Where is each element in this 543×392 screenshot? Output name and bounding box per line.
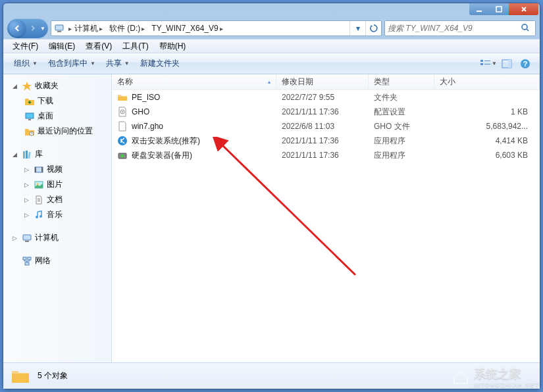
- file-date: 2022/6/8 11:03: [276, 122, 369, 131]
- svg-rect-13: [26, 113, 34, 118]
- sidebar-item-music[interactable]: ▷ 音乐: [3, 207, 111, 222]
- back-button[interactable]: [9, 20, 26, 37]
- collapse-icon: ▷: [13, 235, 19, 241]
- menu-help[interactable]: 帮助(H): [154, 39, 192, 53]
- svg-rect-5: [480, 60, 483, 62]
- menu-file[interactable]: 文件(F): [7, 39, 43, 53]
- file-icon: [117, 150, 128, 160]
- close-button[interactable]: [509, 3, 538, 15]
- computer-icon: [22, 233, 32, 243]
- svg-rect-1: [496, 7, 502, 12]
- search-input[interactable]: [388, 24, 521, 33]
- col-date[interactable]: 修改日期: [276, 74, 369, 89]
- file-icon: [117, 135, 128, 146]
- file-type: GHO 文件: [369, 121, 434, 132]
- breadcrumb-folder[interactable]: TY_WIN7_X64_V9▸: [149, 21, 226, 36]
- sidebar-item-recent[interactable]: 最近访问的位置: [3, 124, 111, 139]
- col-size[interactable]: 大小: [434, 74, 540, 89]
- file-row[interactable]: 硬盘安装器(备用)2021/1/11 17:36应用程序6,603 KB: [112, 148, 540, 162]
- view-mode-button[interactable]: ▼: [479, 56, 498, 72]
- file-name: 双击安装系统(推荐): [132, 135, 200, 147]
- content-area: ◢ 收藏夹 下载 桌面 最近访问的位置: [3, 74, 540, 362]
- menubar: 文件(F) 编辑(E) 查看(V) 工具(T) 帮助(H): [3, 39, 540, 53]
- svg-rect-10: [508, 60, 511, 68]
- sidebar-item-documents[interactable]: ▷ 文档: [3, 192, 111, 207]
- file-name: win7.gho: [132, 122, 163, 131]
- svg-rect-20: [35, 167, 36, 172]
- sidebar-favorites[interactable]: ◢ 收藏夹: [3, 78, 111, 93]
- breadcrumb-bar[interactable]: ▸ 计算机▸ 软件 (D:)▸ TY_WIN7_X64_V9▸ ▾: [51, 20, 382, 36]
- forward-button[interactable]: [26, 21, 40, 36]
- minimize-button[interactable]: [469, 3, 489, 15]
- window-controls: [469, 3, 538, 15]
- svg-rect-14: [28, 119, 31, 120]
- sidebar-libraries[interactable]: ◢ 库: [3, 147, 111, 162]
- svg-rect-26: [23, 235, 31, 240]
- sidebar-network[interactable]: 网络: [3, 253, 111, 268]
- file-row[interactable]: win7.gho2022/6/8 11:03GHO 文件5,683,942...: [112, 119, 540, 134]
- nav-row: ▼ ▸ 计算机▸ 软件 (D:)▸ TY_WIN7_X64_V9▸ ▾: [3, 18, 540, 39]
- file-size: 4,414 KB: [434, 136, 540, 145]
- menu-edit[interactable]: 编辑(E): [43, 39, 80, 53]
- file-row[interactable]: 双击安装系统(推荐)2021/1/11 17:36应用程序4,414 KB: [112, 134, 540, 148]
- toolbar: 组织 ▼ 包含到库中 ▼ 共享 ▼ 新建文件夹 ▼ ?: [3, 53, 540, 74]
- file-date: 2022/7/27 9:55: [276, 93, 369, 102]
- breadcrumb-drive[interactable]: 软件 (D:)▸: [107, 21, 149, 36]
- share-button[interactable]: 共享 ▼: [101, 55, 135, 72]
- sidebar-item-downloads[interactable]: 下载: [3, 93, 111, 109]
- search-box[interactable]: [384, 20, 536, 36]
- status-count: 5 个对象: [38, 370, 68, 381]
- sidebar-item-label: 图片: [47, 179, 63, 190]
- search-icon: [521, 23, 530, 34]
- sidebar-item-label: 桌面: [38, 110, 53, 122]
- file-name: PE_ISO: [132, 93, 160, 102]
- include-library-button[interactable]: 包含到库中 ▼: [43, 55, 101, 72]
- svg-text:?: ?: [523, 60, 528, 68]
- pictures-icon: [34, 180, 44, 190]
- titlebar: [3, 3, 540, 18]
- explorer-window: ▼ ▸ 计算机▸ 软件 (D:)▸ TY_WIN7_X64_V9▸ ▾ 文件(F…: [3, 3, 540, 389]
- col-type[interactable]: 类型: [369, 74, 434, 89]
- address-dropdown[interactable]: ▾: [349, 21, 365, 36]
- organize-button[interactable]: 组织 ▼: [9, 55, 43, 72]
- breadcrumb-computer[interactable]: 计算机▸: [72, 21, 107, 36]
- menu-tools[interactable]: 工具(T): [117, 39, 153, 53]
- column-headers: 名称▴ 修改日期 类型 大小: [112, 74, 540, 90]
- sidebar-item-label: 最近访问的位置: [38, 126, 93, 137]
- help-button[interactable]: ?: [516, 56, 534, 72]
- expand-icon: ◢: [13, 151, 19, 158]
- refresh-button[interactable]: [365, 21, 381, 36]
- library-icon: [22, 149, 32, 160]
- downloads-icon: [24, 96, 35, 107]
- maximize-button[interactable]: [489, 3, 509, 15]
- svg-rect-6: [480, 63, 483, 65]
- svg-rect-0: [477, 11, 482, 12]
- sidebar-computer[interactable]: ▷ 计算机: [3, 230, 111, 245]
- new-folder-button[interactable]: 新建文件夹: [135, 55, 185, 72]
- file-type: 应用程序: [369, 150, 434, 161]
- file-list: 名称▴ 修改日期 类型 大小 PE_ISO2022/7/27 9:55文件夹GH…: [112, 74, 540, 362]
- sidebar-favorites-label: 收藏夹: [35, 80, 59, 91]
- nav-history-dropdown[interactable]: ▼: [40, 26, 47, 32]
- svg-point-24: [36, 216, 38, 218]
- file-row[interactable]: GHO2021/1/11 17:36配置设置1 KB: [112, 105, 540, 119]
- svg-rect-27: [25, 241, 29, 242]
- svg-rect-3: [57, 31, 61, 32]
- collapse-icon: ▷: [24, 197, 31, 203]
- sidebar-item-desktop[interactable]: 桌面: [3, 109, 111, 124]
- svg-point-25: [39, 215, 42, 218]
- svg-rect-29: [28, 257, 31, 260]
- file-icon: [117, 107, 128, 117]
- file-row[interactable]: PE_ISO2022/7/27 9:55文件夹: [112, 90, 540, 105]
- preview-pane-button[interactable]: [498, 56, 516, 72]
- svg-point-33: [118, 136, 127, 145]
- sidebar-item-label: 下载: [38, 95, 53, 107]
- sidebar-item-pictures[interactable]: ▷ 图片: [3, 177, 111, 192]
- col-name[interactable]: 名称▴: [112, 74, 276, 89]
- folder-icon: [10, 366, 31, 387]
- menu-view[interactable]: 查看(V): [80, 39, 117, 53]
- expand-icon: ◢: [13, 83, 19, 89]
- sidebar-item-videos[interactable]: ▷ 视频: [3, 162, 111, 177]
- file-icon: [117, 92, 128, 103]
- sidebar-network-label: 网络: [35, 255, 51, 266]
